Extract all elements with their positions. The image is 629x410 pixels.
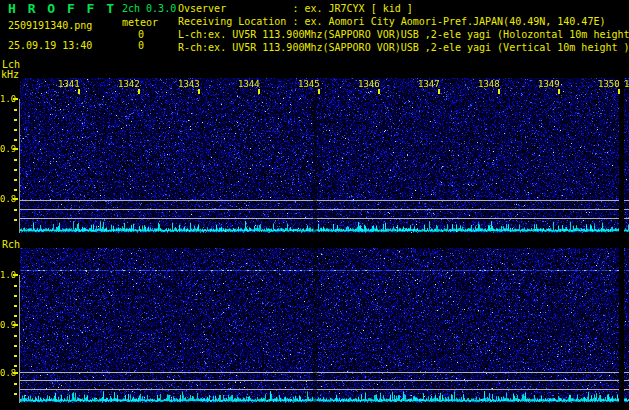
meteor-count-rch: 0 [98, 40, 144, 51]
app-title: H R O F F T [8, 2, 116, 16]
freq-minor-tick [14, 179, 17, 181]
app-version: 2ch 0.3.0 [122, 3, 176, 14]
lch-config-line: L-ch:ex. UV5R 113.900Mhz(SAPPORO VOR)USB… [178, 28, 629, 41]
freq-minor-tick [14, 219, 17, 221]
freq-major-tick [13, 274, 18, 276]
freq-major-tick [13, 324, 18, 326]
freq-major-tick [13, 148, 18, 150]
rch-axis-line [19, 275, 20, 403]
freq-minor-tick [14, 209, 17, 211]
freq-minor-tick [14, 315, 17, 317]
freq-tick-label-lch: 0.9 [0, 144, 16, 154]
freq-minor-tick [14, 365, 17, 367]
freq-minor-tick [14, 393, 17, 395]
freq-minor-tick [14, 169, 17, 171]
freq-minor-tick [14, 159, 17, 161]
freq-tick-label-lch: 0.8 [0, 194, 16, 204]
location-line: Receiving Location : ex. Aomori City Aom… [178, 15, 629, 28]
freq-tick-label-rch: 0.9 [0, 320, 16, 330]
freq-major-tick [13, 198, 18, 200]
freq-tick-label-rch: 1.0 [0, 270, 16, 280]
freq-major-tick [13, 98, 18, 100]
mode-label: meteor [122, 17, 158, 28]
observer-line: Ovserver : ex. JR7CYX [ kid ] [178, 2, 629, 15]
timestamp: 25.09.19 13:40 [8, 40, 92, 51]
lch-spectrogram [20, 78, 629, 233]
rch-panel-label: Rch [2, 239, 20, 250]
rch-config-line: R-ch:ex. UV5R 113.900Mhz(SAPPORO VOR)USB… [178, 41, 629, 54]
freq-minor-tick [14, 285, 17, 287]
freq-minor-tick [14, 109, 17, 111]
hrofft-window: H R O F F T 2ch 0.3.0 meteor 2509191340.… [0, 0, 629, 410]
freq-minor-tick [14, 295, 17, 297]
freq-minor-tick [14, 345, 17, 347]
freq-minor-tick [14, 119, 17, 121]
freq-minor-tick [14, 355, 17, 357]
freq-tick-label-rch: 0.8 [0, 368, 16, 378]
rch-spectrogram [20, 248, 629, 403]
meteor-count-lch: 0 [98, 29, 144, 40]
freq-minor-tick [14, 383, 17, 385]
output-filename: 2509191340.png [8, 20, 92, 31]
freq-minor-tick [14, 335, 17, 337]
freq-minor-tick [14, 129, 17, 131]
khz-unit-label: kHz [1, 69, 19, 80]
freq-minor-tick [14, 305, 17, 307]
freq-minor-tick [14, 139, 17, 141]
lch-axis-line [19, 99, 20, 233]
freq-major-tick [13, 372, 18, 374]
freq-minor-tick [14, 189, 17, 191]
freq-tick-label-lch: 1.0 [0, 94, 16, 104]
station-info: Ovserver : ex. JR7CYX [ kid ] Receiving … [178, 2, 629, 54]
